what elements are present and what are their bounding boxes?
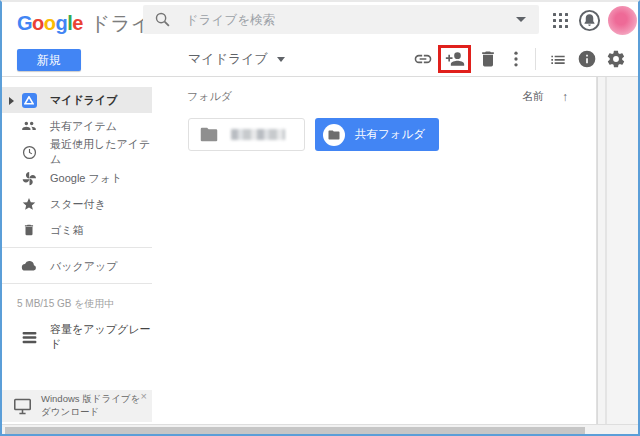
- sort-ascending-icon[interactable]: ↑: [562, 90, 568, 104]
- sidebar-item-starred[interactable]: スター付き: [2, 191, 152, 217]
- search-input[interactable]: [171, 13, 516, 27]
- photos-pinwheel-icon: [21, 170, 37, 186]
- sidebar-divider: [2, 283, 152, 284]
- close-icon[interactable]: ×: [141, 390, 147, 402]
- sidebar-item-trash[interactable]: ゴミ箱: [2, 217, 152, 243]
- storage-bars-icon: [21, 329, 37, 345]
- redacted-folder-name: [231, 129, 285, 140]
- clock-icon: [21, 144, 37, 160]
- logo-letter: o: [44, 12, 56, 35]
- search-options-caret-icon[interactable]: [516, 17, 526, 22]
- info-icon[interactable]: [577, 49, 597, 69]
- people-icon: [21, 118, 37, 134]
- sidebar-item-label: 最近使用したアイテム: [50, 137, 152, 167]
- sidebar-item-recent[interactable]: 最近使用したアイテム: [2, 139, 152, 165]
- upgrade-storage-button[interactable]: 容量をアップグレード: [2, 324, 152, 350]
- folder-avatar-circle: [323, 124, 345, 146]
- current-folder-title[interactable]: マイドライブ: [188, 40, 285, 77]
- horizontal-scrollbar[interactable]: [2, 424, 638, 434]
- search-icon: [154, 11, 171, 28]
- sidebar-item-label: マイドライブ: [50, 93, 118, 108]
- cloud-icon: [21, 258, 37, 274]
- folder-tile-shared[interactable]: 共有フォルダ: [315, 118, 439, 151]
- folders-section-label: フォルダ: [187, 89, 232, 104]
- folder-tile-redacted[interactable]: [188, 118, 305, 151]
- horizontal-scrollbar-thumb[interactable]: [5, 427, 585, 434]
- folder-icon: [328, 130, 340, 140]
- upgrade-storage-label: 容量をアップグレード: [50, 322, 152, 352]
- sidebar-item-google-photos[interactable]: Google フォト: [2, 165, 152, 191]
- notifications-bell-icon[interactable]: [578, 9, 601, 32]
- vertical-scrollbar-gutter[interactable]: [597, 77, 638, 426]
- storage-usage-status: 5 MB/15 GB を使用中: [2, 289, 152, 320]
- folder-name: 共有フォルダ: [355, 127, 425, 142]
- sort-by-name-label[interactable]: 名前: [522, 89, 544, 104]
- user-avatar[interactable]: [608, 6, 637, 35]
- sidebar-item-label: ゴミ箱: [50, 223, 84, 238]
- google-apps-icon[interactable]: [553, 13, 570, 30]
- more-options-icon[interactable]: [506, 49, 526, 69]
- file-list-area: フォルダ 名前 ↑ 共有フォルダ: [152, 77, 597, 426]
- search-bar[interactable]: [143, 5, 539, 34]
- sidebar-item-label: Google フォト: [50, 171, 122, 186]
- star-icon: [21, 196, 37, 212]
- sidebar-item-label: 共有アイテム: [50, 119, 117, 134]
- scrollbar-track-line: [605, 77, 607, 426]
- drive-icon: [21, 92, 37, 108]
- monitor-icon: [13, 398, 32, 415]
- download-promo-text: Windows 版ドライブをダウンロード: [41, 393, 141, 419]
- list-view-icon[interactable]: [548, 49, 568, 69]
- google-drive-window: G o o g l e ドライブ 新規: [0, 0, 640, 436]
- gear-icon[interactable]: [606, 49, 626, 69]
- app-header: G o o g l e ドライブ: [2, 2, 638, 40]
- trash-icon: [21, 222, 37, 238]
- sidebar-item-label: スター付き: [50, 197, 106, 212]
- toolbar-divider: [535, 48, 536, 70]
- sidebar-item-shared[interactable]: 共有アイテム: [2, 113, 152, 139]
- action-toolbar: 新規 マイドライブ: [2, 40, 638, 77]
- download-drive-promo[interactable]: Windows 版ドライブをダウンロード ×: [2, 390, 152, 422]
- trash-icon[interactable]: [478, 49, 498, 69]
- sidebar-divider: [2, 247, 152, 248]
- logo-letter: G: [17, 12, 32, 35]
- logo-letter: g: [56, 12, 68, 35]
- folder-icon: [200, 127, 218, 142]
- new-button[interactable]: 新規: [17, 49, 81, 71]
- sidebar-item-label: バックアップ: [50, 259, 118, 274]
- current-folder-label: マイドライブ: [188, 50, 268, 68]
- sidebar-item-my-drive[interactable]: マイドライブ: [2, 87, 152, 113]
- sidebar-item-backups[interactable]: バックアップ: [2, 253, 152, 279]
- get-link-icon[interactable]: [413, 49, 433, 69]
- expand-arrow-icon[interactable]: [9, 97, 14, 105]
- chevron-down-icon: [277, 57, 285, 62]
- sidebar: マイドライブ 共有アイテム 最近使用したアイテム: [2, 77, 152, 426]
- share-person-add-icon[interactable]: [445, 49, 465, 69]
- logo-letter: e: [72, 12, 83, 35]
- sort-control[interactable]: 名前 ↑: [522, 89, 568, 104]
- logo-letter: o: [32, 12, 44, 35]
